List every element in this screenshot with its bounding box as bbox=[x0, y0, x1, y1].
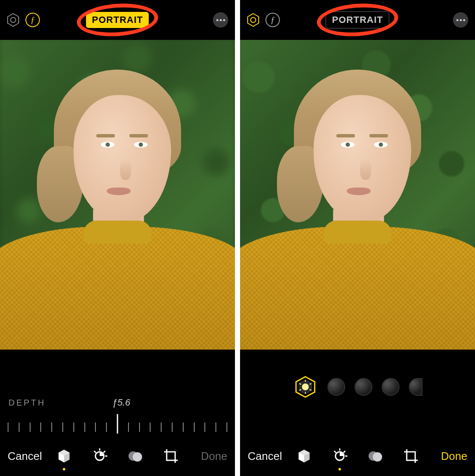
more-options-button[interactable] bbox=[213, 12, 228, 28]
svg-point-13 bbox=[302, 384, 309, 390]
lighting-option-stage[interactable] bbox=[382, 378, 400, 396]
more-options-button[interactable] bbox=[453, 12, 468, 28]
tool-crop[interactable] bbox=[402, 447, 420, 465]
done-button[interactable]: Done bbox=[201, 450, 227, 463]
depth-slider[interactable] bbox=[8, 411, 227, 436]
portrait-mode-badge[interactable]: PORTRAIT bbox=[86, 12, 149, 28]
svg-line-24 bbox=[334, 451, 336, 453]
tool-crop[interactable] bbox=[162, 447, 180, 465]
tool-adjust[interactable] bbox=[90, 447, 109, 465]
svg-line-4 bbox=[103, 451, 105, 453]
slider-indicator[interactable] bbox=[117, 414, 118, 434]
lighting-options-row[interactable] bbox=[240, 367, 475, 400]
photo-preview[interactable] bbox=[0, 40, 235, 350]
svg-point-10 bbox=[251, 17, 256, 22]
top-bar: ƒ PORTRAIT bbox=[0, 0, 235, 40]
bottom-toolbar: Cancel Done bbox=[240, 436, 475, 476]
svg-marker-0 bbox=[8, 14, 19, 26]
tool-filters[interactable] bbox=[126, 447, 145, 465]
f-number-icon[interactable]: ƒ bbox=[25, 12, 41, 28]
bottom-toolbar: Cancel Done bbox=[0, 436, 235, 476]
lighting-option-contour[interactable] bbox=[355, 378, 372, 396]
svg-marker-9 bbox=[248, 14, 259, 26]
depth-value: ƒ5.6 bbox=[112, 397, 130, 408]
depth-control-row: DEPTH ƒ5.6 bbox=[0, 386, 235, 411]
tool-filters[interactable] bbox=[366, 447, 385, 465]
portrait-lighting-icon[interactable] bbox=[245, 12, 261, 28]
depth-label: DEPTH bbox=[8, 398, 46, 408]
svg-point-26 bbox=[373, 452, 382, 462]
cancel-button[interactable]: Cancel bbox=[8, 450, 42, 463]
tool-portrait-lighting[interactable] bbox=[55, 447, 73, 465]
tool-portrait-lighting[interactable] bbox=[295, 447, 313, 465]
top-bar: ƒ PORTRAIT bbox=[240, 0, 475, 40]
lighting-option-natural[interactable] bbox=[293, 374, 318, 400]
screen-right: ƒ PORTRAIT bbox=[240, 0, 475, 476]
svg-line-22 bbox=[344, 451, 345, 453]
svg-point-8 bbox=[133, 452, 142, 462]
f-number-icon[interactable]: ƒ bbox=[265, 12, 281, 28]
done-button[interactable]: Done bbox=[441, 450, 467, 463]
svg-line-6 bbox=[94, 451, 96, 453]
tool-adjust[interactable] bbox=[330, 447, 349, 465]
cancel-button[interactable]: Cancel bbox=[248, 450, 282, 463]
portrait-mode-badge[interactable]: PORTRAIT bbox=[326, 11, 389, 28]
lighting-option-studio[interactable] bbox=[327, 378, 345, 396]
svg-point-1 bbox=[11, 17, 16, 22]
lighting-option-stage-mono[interactable] bbox=[409, 378, 422, 396]
screen-left: ƒ PORTRAIT bbox=[0, 0, 235, 476]
portrait-lighting-icon[interactable] bbox=[5, 12, 21, 28]
photo-preview[interactable] bbox=[240, 40, 475, 350]
